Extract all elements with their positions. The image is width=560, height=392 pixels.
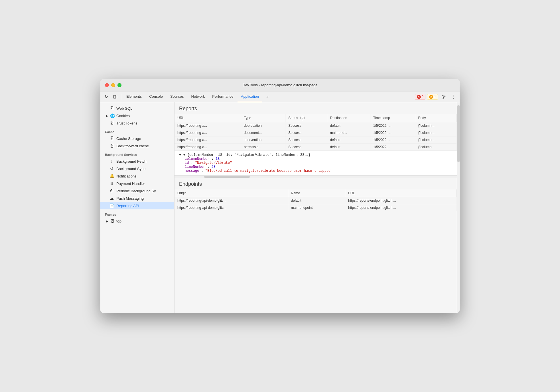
reports-cell-status: Success: [285, 136, 327, 144]
background-services-section-label: Background Services: [100, 150, 174, 158]
database-icon: 🗄: [109, 106, 114, 111]
scrollbar-thumb[interactable]: [204, 176, 250, 178]
endpoints-col-origin: Origin: [175, 189, 288, 197]
reports-col-url: URL: [175, 114, 241, 122]
sidebar-bottom-spacer: [100, 225, 174, 242]
endpoints-cell-origin: https://reporting-api-demo.glitc...: [175, 204, 288, 211]
device-toggle-button[interactable]: [111, 93, 119, 101]
sidebar-item-reporting-api[interactable]: 📄 Reporting API: [100, 202, 174, 209]
reports-cell-status: Success: [285, 122, 327, 129]
table-row[interactable]: https://reporting-api-demo.glitc...defau…: [175, 197, 457, 204]
tab-network[interactable]: Network: [188, 91, 208, 102]
sidebar-item-back-forward-cache[interactable]: 🗄 Back/forward cache: [100, 142, 174, 150]
reports-cell-body: {"column...: [415, 129, 457, 136]
cursor-icon-button[interactable]: [103, 93, 111, 101]
more-tabs-button[interactable]: »: [263, 91, 272, 102]
main-content: Reports URL Type Status ?: [175, 102, 457, 313]
sidebar-item-background-sync[interactable]: ↺ Background Sync: [100, 165, 174, 172]
minimize-button[interactable]: [111, 83, 115, 87]
background-sync-icon: ↺: [109, 166, 114, 171]
cache-storage-icon: 🗄: [109, 136, 114, 141]
notifications-icon: 🔔: [109, 174, 114, 178]
sidebar: 🗄 Web SQL ▶ 🌐 Cookies 🗄 Trust Tokens Cac…: [100, 102, 175, 313]
periodic-bg-sync-icon: ⏱: [109, 189, 114, 193]
reports-col-destination: Destination: [327, 114, 370, 122]
reports-cell-status: Success: [285, 129, 327, 136]
tab-elements[interactable]: Elements: [123, 91, 145, 102]
json-preview: ▼ ▼ {columnNumber: 18, id: "NavigatorVib…: [175, 151, 457, 175]
tab-performance[interactable]: Performance: [209, 91, 237, 102]
status-help-icon[interactable]: ?: [300, 116, 305, 120]
close-button[interactable]: [105, 83, 109, 87]
reports-cell-status: Success: [285, 144, 327, 151]
reports-cell-timestamp: 1/5/2022, ...: [370, 129, 415, 136]
error-count-badge[interactable]: ✕ 2: [415, 94, 426, 100]
frame-top-icon: 🖼: [110, 219, 115, 223]
table-row[interactable]: https://reporting-a...document...Success…: [175, 129, 457, 136]
json-field-message: message : "Blocked call to navigator.vib…: [179, 169, 452, 173]
reports-cell-timestamp: 1/5/2022, ...: [370, 144, 415, 151]
table-row[interactable]: https://reporting-a...interventionSucces…: [175, 136, 457, 144]
reports-cell-body: {"column...: [415, 144, 457, 151]
warning-icon: ✕: [429, 95, 433, 99]
cursor-icon: [104, 95, 109, 99]
reporting-api-icon: 📄: [109, 203, 114, 208]
push-messaging-icon: ☁: [109, 196, 114, 201]
cache-section-label: Cache: [100, 127, 174, 135]
reports-cell-url: https://reporting-a...: [175, 129, 241, 136]
warning-count: 1: [434, 95, 436, 99]
toolbar-right: ✕ 2 ✕ 1 ⋮: [415, 93, 457, 101]
reports-cell-type: deprecation: [241, 122, 285, 129]
reports-col-status: Status ?: [285, 114, 327, 122]
reports-cell-url: https://reporting-a...: [175, 144, 241, 151]
endpoints-title: Endpoints: [175, 178, 457, 189]
svg-rect-1: [116, 96, 117, 98]
sidebar-item-frames-top[interactable]: ▶ 🖼 top: [100, 217, 174, 225]
reports-cell-type: document...: [241, 129, 285, 136]
devtools-window: DevTools - reporting-api-demo.glitch.me/…: [100, 79, 460, 313]
reports-cell-timestamp: 1/5/2022, ...: [370, 136, 415, 144]
error-count: 2: [422, 95, 424, 99]
svg-point-2: [443, 96, 445, 97]
traffic-lights: [105, 83, 121, 87]
tab-console[interactable]: Console: [146, 91, 166, 102]
reports-cell-timestamp: 1/5/2022, ...: [370, 122, 415, 129]
background-fetch-icon: ↕: [109, 159, 114, 164]
reports-cell-type: permissio...: [241, 144, 285, 151]
settings-button[interactable]: [440, 93, 448, 101]
reports-col-type: Type: [241, 114, 285, 122]
json-field-line-number: lineNumber : 28: [179, 165, 452, 169]
tab-sources[interactable]: Sources: [167, 91, 187, 102]
sidebar-item-cookies[interactable]: ▶ 🌐 Cookies: [100, 112, 174, 119]
scrollbar-vertical-thumb[interactable]: [457, 105, 460, 162]
sidebar-item-trust-tokens[interactable]: 🗄 Trust Tokens: [100, 119, 174, 127]
reports-cell-type: intervention: [241, 136, 285, 144]
endpoints-cell-name: default: [288, 197, 345, 204]
endpoints-cell-url: https://reports-endpoint.glitch....: [345, 204, 457, 211]
payment-handler-icon: 🖥: [109, 181, 114, 186]
sidebar-item-payment-handler[interactable]: 🖥 Payment Handler: [100, 180, 174, 187]
sidebar-item-periodic-background-sync[interactable]: ⏱ Periodic Background Sy: [100, 187, 174, 195]
json-field-column-number: columnNumber : 18: [179, 157, 452, 161]
sidebar-item-web-sql[interactable]: 🗄 Web SQL: [100, 105, 174, 112]
table-row[interactable]: https://reporting-a...permissio...Succes…: [175, 144, 457, 151]
maximize-button[interactable]: [117, 83, 121, 87]
table-row[interactable]: https://reporting-api-demo.glitc...main-…: [175, 204, 457, 211]
sidebar-item-push-messaging[interactable]: ☁ Push Messaging: [100, 195, 174, 202]
more-options-button[interactable]: ⋮: [449, 93, 457, 101]
table-row[interactable]: https://reporting-a...deprecationSuccess…: [175, 122, 457, 129]
endpoints-cell-origin: https://reporting-api-demo.glitc...: [175, 197, 288, 204]
horizontal-scrollbar[interactable]: [175, 175, 457, 178]
tab-application[interactable]: Application: [238, 91, 263, 102]
content-area: Reports URL Type Status ?: [175, 102, 460, 313]
reports-cell-destination: default: [327, 136, 370, 144]
reports-table: URL Type Status ? Destination: [175, 114, 457, 151]
sidebar-item-notifications[interactable]: 🔔 Notifications: [100, 172, 174, 180]
json-field-id: id : "NavigatorVibrate": [179, 161, 452, 165]
sidebar-item-cache-storage[interactable]: 🗄 Cache Storage: [100, 135, 174, 142]
reports-col-body: Body: [415, 114, 457, 122]
warning-count-badge[interactable]: ✕ 1: [427, 94, 438, 100]
reports-cell-destination: main-end...: [327, 129, 370, 136]
vertical-scrollbar[interactable]: [457, 102, 460, 313]
sidebar-item-background-fetch[interactable]: ↕ Background Fetch: [100, 158, 174, 165]
